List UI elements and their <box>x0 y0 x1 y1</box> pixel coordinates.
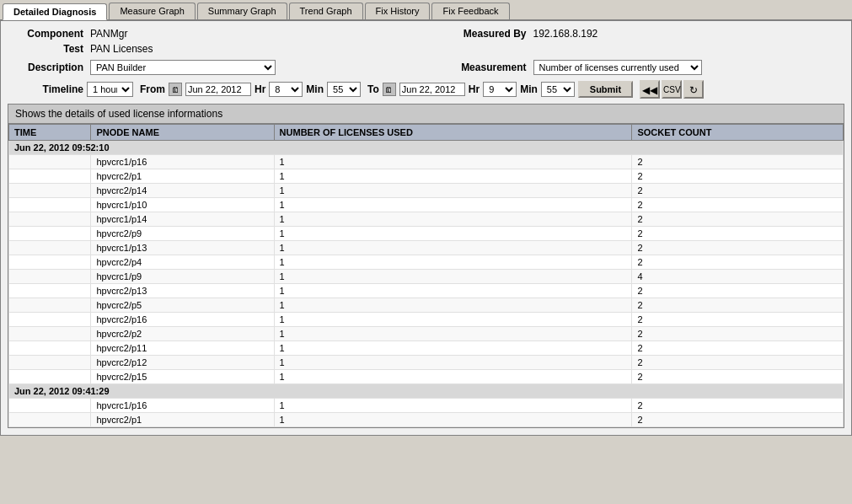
group-header-row: Jun 22, 2012 09:41:29 <box>9 384 844 399</box>
from-label: From <box>140 83 165 95</box>
cell-sockets: 2 <box>632 356 844 370</box>
cell-time <box>9 370 91 384</box>
cell-time <box>9 341 91 356</box>
col-licenses: NUMBER OF LICENSES USED <box>274 125 632 141</box>
tab-summary-graph[interactable]: Summary Graph <box>197 3 287 19</box>
cell-sockets: 2 <box>632 227 844 241</box>
cell-sockets: 2 <box>632 169 844 184</box>
cell-licenses: 1 <box>274 255 632 270</box>
cell-time <box>9 198 91 212</box>
cell-sockets: 2 <box>632 212 844 227</box>
cell-sockets: 2 <box>632 241 844 255</box>
back-button[interactable]: ◀◀ <box>640 80 660 99</box>
submit-button[interactable]: Submit <box>578 81 633 98</box>
cell-pnode: hpvcrc2/p2 <box>91 327 274 341</box>
cell-pnode: hpvcrc2/p12 <box>91 356 274 370</box>
to-calendar-icon[interactable]: 🗓 <box>383 83 396 96</box>
cell-sockets: 2 <box>632 298 844 313</box>
cell-pnode: hpvcrc1/p16 <box>91 399 274 413</box>
to-hr-select[interactable]: 9 <box>483 82 517 97</box>
table-row: hpvcrc2/p1512 <box>9 370 844 384</box>
col-time: TIME <box>9 125 91 141</box>
cell-pnode: hpvcrc2/p16 <box>91 313 274 327</box>
timeline-label: Timeline <box>8 83 83 95</box>
cell-time <box>9 313 91 327</box>
component-value: PANMgr <box>90 28 402 40</box>
from-hr-select[interactable]: 8 <box>269 82 303 97</box>
test-value: PAN Licenses <box>90 43 402 55</box>
cell-licenses: 1 <box>274 356 632 370</box>
cell-sockets: 2 <box>632 255 844 270</box>
table-row: hpvcrc1/p1612 <box>9 155 844 169</box>
component-label: Component <box>8 28 83 40</box>
to-min-select[interactable]: 55 <box>541 82 575 97</box>
to-date-input[interactable] <box>399 83 465 96</box>
cell-pnode: hpvcrc2/p9 <box>91 227 274 241</box>
table-row: hpvcrc2/p1112 <box>9 341 844 356</box>
cell-time <box>9 184 91 198</box>
main-area: Component PANMgr Measured By 192.168.8.1… <box>0 21 852 436</box>
from-min-label: Min <box>306 83 324 95</box>
from-calendar-icon[interactable]: 🗓 <box>169 83 182 96</box>
cell-pnode: hpvcrc2/p11 <box>91 341 274 356</box>
cell-licenses: 1 <box>274 270 632 284</box>
cell-sockets: 2 <box>632 399 844 413</box>
table-row: hpvcrc2/p1612 <box>9 313 844 327</box>
group-header-row: Jun 22, 2012 09:52:10 <box>9 141 844 155</box>
measurement-select[interactable]: Number of licenses currently used <box>533 60 702 75</box>
tab-fix-feedback[interactable]: Fix Feedback <box>431 3 509 19</box>
description-label: Description <box>8 62 83 73</box>
to-label: To <box>367 83 379 95</box>
cell-sockets: 2 <box>632 341 844 356</box>
cell-sockets: 2 <box>632 184 844 198</box>
table-row: hpvcrc2/p512 <box>9 298 844 313</box>
cell-time <box>9 227 91 241</box>
from-date-input[interactable] <box>185 83 251 96</box>
tab-measure-graph[interactable]: Measure Graph <box>109 3 195 19</box>
table-row: hpvcrc2/p112 <box>9 413 844 427</box>
table-row: hpvcrc2/p912 <box>9 227 844 241</box>
cell-time <box>9 413 91 427</box>
table-row: hpvcrc1/p1312 <box>9 241 844 255</box>
forward-button[interactable]: CSV <box>662 80 682 99</box>
table-section: Shows the details of used license inform… <box>8 104 844 428</box>
table-row: hpvcrc2/p1312 <box>9 284 844 298</box>
cell-time <box>9 327 91 341</box>
duration-select[interactable]: 1 hour <box>87 82 133 97</box>
cell-time <box>9 241 91 255</box>
to-min-label: Min <box>520 83 538 95</box>
table-wrapper[interactable]: TIME PNODE NAME NUMBER OF LICENSES USED … <box>8 124 844 427</box>
cell-licenses: 1 <box>274 284 632 298</box>
cell-pnode: hpvcrc2/p1 <box>91 413 274 427</box>
table-row: hpvcrc2/p212 <box>9 327 844 341</box>
desc-row: Description PAN Builder Measurement Numb… <box>8 60 844 75</box>
cell-pnode: hpvcrc2/p15 <box>91 370 274 384</box>
table-row: hpvcrc2/p412 <box>9 255 844 270</box>
tab-trend-graph[interactable]: Trend Graph <box>289 3 363 19</box>
table-row: hpvcrc2/p1212 <box>9 356 844 370</box>
cell-pnode: hpvcrc1/p16 <box>91 155 274 169</box>
cell-licenses: 1 <box>274 341 632 356</box>
measured-by-label: Measured By <box>409 28 527 40</box>
cell-time <box>9 212 91 227</box>
cell-licenses: 1 <box>274 327 632 341</box>
table-row: hpvcrc1/p1012 <box>9 198 844 212</box>
cell-sockets: 2 <box>632 284 844 298</box>
info-grid: Component PANMgr Measured By 192.168.8.1… <box>8 28 844 55</box>
cell-pnode: hpvcrc2/p13 <box>91 284 274 298</box>
tab-fix-history[interactable]: Fix History <box>365 3 431 19</box>
cell-licenses: 1 <box>274 212 632 227</box>
refresh-button[interactable]: ↻ <box>683 80 704 99</box>
cell-sockets: 2 <box>632 370 844 384</box>
description-select[interactable]: PAN Builder <box>90 60 276 75</box>
cell-time <box>9 270 91 284</box>
cell-time <box>9 298 91 313</box>
cell-pnode: hpvcrc2/p5 <box>91 298 274 313</box>
from-min-select[interactable]: 55 <box>327 82 361 97</box>
cell-licenses: 1 <box>274 413 632 427</box>
tab-detailed-diagnosis[interactable]: Detailed Diagnosis <box>3 3 107 20</box>
table-row: hpvcrc2/p1412 <box>9 184 844 198</box>
test-label: Test <box>8 43 83 55</box>
cell-licenses: 1 <box>274 298 632 313</box>
cell-pnode: hpvcrc2/p1 <box>91 169 274 184</box>
